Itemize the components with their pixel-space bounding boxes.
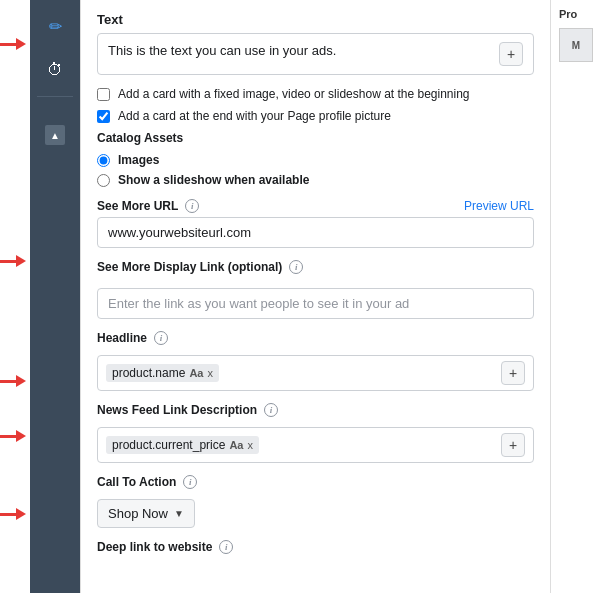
sidebar-divider	[37, 96, 73, 97]
radio-slideshow-label: Show a slideshow when available	[118, 173, 309, 187]
text-input-wrapper[interactable]: This is the text you can use in your ads…	[97, 33, 534, 75]
radio-row-slideshow: Show a slideshow when available	[97, 173, 534, 187]
cta-dropdown[interactable]: Shop Now ▼	[97, 499, 195, 528]
checkbox-fixed-card[interactable]	[97, 88, 110, 101]
right-panel-box: M	[559, 28, 593, 62]
text-section: Text This is the text you can use in you…	[97, 12, 534, 75]
radio-row-images: Images	[97, 153, 534, 167]
see-more-display-info-icon[interactable]: i	[289, 260, 303, 274]
news-feed-plus-button[interactable]: +	[501, 433, 525, 457]
headline-label: Headline	[97, 331, 147, 345]
see-more-url-row: See More URL i Preview URL	[97, 199, 534, 213]
news-feed-info-icon[interactable]: i	[264, 403, 278, 417]
news-feed-input-wrapper[interactable]: product.current_price Aa x +	[97, 427, 534, 463]
see-more-display-label: See More Display Link (optional)	[97, 260, 282, 274]
cta-chevron-icon: ▼	[174, 508, 184, 519]
headline-tag-text: product.name	[112, 366, 185, 380]
sidebar-icon-pencil[interactable]: ✏	[37, 8, 73, 44]
right-panel-label: Pro	[559, 8, 592, 20]
deep-link-label: Deep link to website	[97, 540, 212, 554]
news-feed-tag-aa: Aa	[229, 439, 243, 451]
cta-dropdown-label: Shop Now	[108, 506, 168, 521]
sidebar-collapse-btn[interactable]: ▲	[45, 125, 65, 145]
right-panel: Pro M	[550, 0, 600, 593]
checkbox-2-label: Add a card at the end with your Page pro…	[118, 109, 391, 123]
cta-dropdown-wrapper[interactable]: Shop Now ▼	[97, 499, 534, 528]
left-arrows-column	[0, 0, 30, 593]
headline-plus-button[interactable]: +	[501, 361, 525, 385]
news-feed-label: News Feed Link Description	[97, 403, 257, 417]
cta-label-group: Call To Action i	[97, 475, 534, 489]
headline-input-wrapper[interactable]: product.name Aa x +	[97, 355, 534, 391]
news-feed-tag[interactable]: product.current_price Aa x	[106, 436, 259, 454]
red-arrow-2	[0, 255, 26, 267]
deep-link-label-group: Deep link to website i	[97, 540, 534, 554]
red-arrow-1	[0, 38, 26, 50]
headline-label-group: Headline i	[97, 331, 534, 345]
headline-tag-x[interactable]: x	[207, 367, 213, 379]
see-more-display-label-group: See More Display Link (optional) i	[97, 260, 534, 274]
see-more-url-input[interactable]	[97, 217, 534, 248]
see-more-url-label: See More URL	[97, 199, 178, 213]
red-arrow-4	[0, 430, 26, 442]
headline-tag-aa: Aa	[189, 367, 203, 379]
sidebar-icon-clock[interactable]: ⏱	[37, 52, 73, 88]
cta-info-icon[interactable]: i	[183, 475, 197, 489]
checkbox-page-profile[interactable]	[97, 110, 110, 123]
checkbox-1-label: Add a card with a fixed image, video or …	[118, 87, 470, 101]
headline-info-icon[interactable]: i	[154, 331, 168, 345]
catalog-assets-label: Catalog Assets	[97, 131, 534, 145]
text-section-label: Text	[97, 12, 534, 27]
deep-link-info-icon[interactable]: i	[219, 540, 233, 554]
dark-sidebar: ✏ ⏱ ▲	[30, 0, 80, 593]
main-content: Text This is the text you can use in you…	[80, 0, 550, 593]
news-feed-tag-text: product.current_price	[112, 438, 225, 452]
radio-images[interactable]	[97, 154, 110, 167]
news-feed-label-group: News Feed Link Description i	[97, 403, 534, 417]
checkbox-row-2: Add a card at the end with your Page pro…	[97, 109, 534, 123]
text-input-value[interactable]: This is the text you can use in your ads…	[108, 42, 491, 60]
checkbox-row-1: Add a card with a fixed image, video or …	[97, 87, 534, 101]
news-feed-tag-x[interactable]: x	[247, 439, 253, 451]
headline-tag[interactable]: product.name Aa x	[106, 364, 219, 382]
see-more-url-info-icon[interactable]: i	[185, 199, 199, 213]
text-plus-button[interactable]: +	[499, 42, 523, 66]
radio-group: Images Show a slideshow when available	[97, 153, 534, 187]
see-more-url-label-group: See More URL i	[97, 199, 199, 213]
cta-label: Call To Action	[97, 475, 176, 489]
radio-images-label: Images	[118, 153, 159, 167]
radio-slideshow[interactable]	[97, 174, 110, 187]
see-more-display-input[interactable]	[97, 288, 534, 319]
red-arrow-3	[0, 375, 26, 387]
preview-url-link[interactable]: Preview URL	[464, 199, 534, 213]
red-arrow-5	[0, 508, 26, 520]
